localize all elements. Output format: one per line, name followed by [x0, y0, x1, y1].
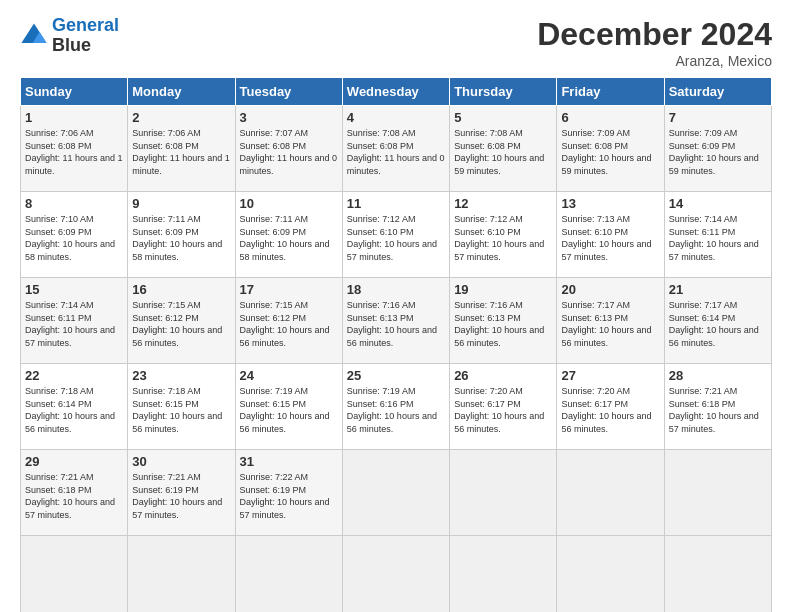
calendar-cell: 29 Sunrise: 7:21 AM Sunset: 6:18 PM Dayl… [21, 450, 128, 536]
calendar-cell: 23 Sunrise: 7:18 AM Sunset: 6:15 PM Dayl… [128, 364, 235, 450]
calendar-week-row: 8 Sunrise: 7:10 AM Sunset: 6:09 PM Dayli… [21, 192, 772, 278]
calendar-cell [557, 536, 664, 613]
day-number: 11 [347, 196, 445, 211]
calendar-week-row: 29 Sunrise: 7:21 AM Sunset: 6:18 PM Dayl… [21, 450, 772, 536]
day-number: 14 [669, 196, 767, 211]
day-number: 30 [132, 454, 230, 469]
calendar-cell: 15 Sunrise: 7:14 AM Sunset: 6:11 PM Dayl… [21, 278, 128, 364]
day-info: Sunrise: 7:17 AM Sunset: 6:14 PM Dayligh… [669, 299, 767, 349]
day-number: 16 [132, 282, 230, 297]
logo-line1: General [52, 15, 119, 35]
header-wednesday: Wednesday [342, 78, 449, 106]
calendar-cell: 22 Sunrise: 7:18 AM Sunset: 6:14 PM Dayl… [21, 364, 128, 450]
calendar-week-row: 22 Sunrise: 7:18 AM Sunset: 6:14 PM Dayl… [21, 364, 772, 450]
day-info: Sunrise: 7:19 AM Sunset: 6:16 PM Dayligh… [347, 385, 445, 435]
day-info: Sunrise: 7:08 AM Sunset: 6:08 PM Dayligh… [347, 127, 445, 177]
header-friday: Friday [557, 78, 664, 106]
day-number: 24 [240, 368, 338, 383]
day-info: Sunrise: 7:21 AM Sunset: 6:19 PM Dayligh… [132, 471, 230, 521]
calendar-cell: 12 Sunrise: 7:12 AM Sunset: 6:10 PM Dayl… [450, 192, 557, 278]
day-info: Sunrise: 7:07 AM Sunset: 6:08 PM Dayligh… [240, 127, 338, 177]
day-info: Sunrise: 7:15 AM Sunset: 6:12 PM Dayligh… [132, 299, 230, 349]
day-number: 23 [132, 368, 230, 383]
header-sunday: Sunday [21, 78, 128, 106]
day-number: 10 [240, 196, 338, 211]
calendar-cell: 4 Sunrise: 7:08 AM Sunset: 6:08 PM Dayli… [342, 106, 449, 192]
calendar-cell: 1 Sunrise: 7:06 AM Sunset: 6:08 PM Dayli… [21, 106, 128, 192]
calendar-cell: 8 Sunrise: 7:10 AM Sunset: 6:09 PM Dayli… [21, 192, 128, 278]
header-monday: Monday [128, 78, 235, 106]
day-info: Sunrise: 7:17 AM Sunset: 6:13 PM Dayligh… [561, 299, 659, 349]
day-number: 6 [561, 110, 659, 125]
calendar-cell: 16 Sunrise: 7:15 AM Sunset: 6:12 PM Dayl… [128, 278, 235, 364]
day-number: 21 [669, 282, 767, 297]
day-number: 7 [669, 110, 767, 125]
logo-icon [20, 22, 48, 50]
calendar-cell [235, 536, 342, 613]
calendar-week-row [21, 536, 772, 613]
location: Aranza, Mexico [537, 53, 772, 69]
weekday-header-row: Sunday Monday Tuesday Wednesday Thursday… [21, 78, 772, 106]
header-saturday: Saturday [664, 78, 771, 106]
calendar-cell: 5 Sunrise: 7:08 AM Sunset: 6:08 PM Dayli… [450, 106, 557, 192]
day-info: Sunrise: 7:20 AM Sunset: 6:17 PM Dayligh… [561, 385, 659, 435]
day-info: Sunrise: 7:13 AM Sunset: 6:10 PM Dayligh… [561, 213, 659, 263]
day-info: Sunrise: 7:18 AM Sunset: 6:15 PM Dayligh… [132, 385, 230, 435]
calendar-cell: 20 Sunrise: 7:17 AM Sunset: 6:13 PM Dayl… [557, 278, 664, 364]
calendar-cell: 21 Sunrise: 7:17 AM Sunset: 6:14 PM Dayl… [664, 278, 771, 364]
day-number: 13 [561, 196, 659, 211]
day-info: Sunrise: 7:20 AM Sunset: 6:17 PM Dayligh… [454, 385, 552, 435]
day-info: Sunrise: 7:12 AM Sunset: 6:10 PM Dayligh… [454, 213, 552, 263]
calendar-cell: 3 Sunrise: 7:07 AM Sunset: 6:08 PM Dayli… [235, 106, 342, 192]
day-number: 8 [25, 196, 123, 211]
calendar-cell [128, 536, 235, 613]
calendar-cell: 2 Sunrise: 7:06 AM Sunset: 6:08 PM Dayli… [128, 106, 235, 192]
calendar-cell: 26 Sunrise: 7:20 AM Sunset: 6:17 PM Dayl… [450, 364, 557, 450]
calendar-cell [557, 450, 664, 536]
calendar-cell [342, 450, 449, 536]
page: General Blue December 2024 Aranza, Mexic… [0, 0, 792, 612]
calendar-week-row: 15 Sunrise: 7:14 AM Sunset: 6:11 PM Dayl… [21, 278, 772, 364]
day-number: 17 [240, 282, 338, 297]
calendar-cell [664, 536, 771, 613]
day-number: 4 [347, 110, 445, 125]
calendar-cell: 7 Sunrise: 7:09 AM Sunset: 6:09 PM Dayli… [664, 106, 771, 192]
calendar-cell: 9 Sunrise: 7:11 AM Sunset: 6:09 PM Dayli… [128, 192, 235, 278]
calendar-cell: 10 Sunrise: 7:11 AM Sunset: 6:09 PM Dayl… [235, 192, 342, 278]
calendar-cell [450, 536, 557, 613]
day-number: 19 [454, 282, 552, 297]
day-number: 3 [240, 110, 338, 125]
calendar-cell: 19 Sunrise: 7:16 AM Sunset: 6:13 PM Dayl… [450, 278, 557, 364]
day-number: 25 [347, 368, 445, 383]
day-info: Sunrise: 7:21 AM Sunset: 6:18 PM Dayligh… [25, 471, 123, 521]
day-number: 5 [454, 110, 552, 125]
header-tuesday: Tuesday [235, 78, 342, 106]
calendar-cell: 31 Sunrise: 7:22 AM Sunset: 6:19 PM Dayl… [235, 450, 342, 536]
calendar-cell [664, 450, 771, 536]
day-info: Sunrise: 7:21 AM Sunset: 6:18 PM Dayligh… [669, 385, 767, 435]
day-number: 31 [240, 454, 338, 469]
day-info: Sunrise: 7:06 AM Sunset: 6:08 PM Dayligh… [132, 127, 230, 177]
day-info: Sunrise: 7:06 AM Sunset: 6:08 PM Dayligh… [25, 127, 123, 177]
calendar-cell [21, 536, 128, 613]
calendar-cell: 28 Sunrise: 7:21 AM Sunset: 6:18 PM Dayl… [664, 364, 771, 450]
logo-line2: Blue [52, 36, 119, 56]
day-number: 26 [454, 368, 552, 383]
day-info: Sunrise: 7:11 AM Sunset: 6:09 PM Dayligh… [132, 213, 230, 263]
logo: General Blue [20, 16, 119, 56]
calendar-cell [342, 536, 449, 613]
day-info: Sunrise: 7:18 AM Sunset: 6:14 PM Dayligh… [25, 385, 123, 435]
day-number: 15 [25, 282, 123, 297]
day-info: Sunrise: 7:14 AM Sunset: 6:11 PM Dayligh… [669, 213, 767, 263]
day-info: Sunrise: 7:09 AM Sunset: 6:08 PM Dayligh… [561, 127, 659, 177]
calendar-cell: 14 Sunrise: 7:14 AM Sunset: 6:11 PM Dayl… [664, 192, 771, 278]
calendar-cell: 30 Sunrise: 7:21 AM Sunset: 6:19 PM Dayl… [128, 450, 235, 536]
header: General Blue December 2024 Aranza, Mexic… [20, 16, 772, 69]
calendar: Sunday Monday Tuesday Wednesday Thursday… [20, 77, 772, 612]
day-number: 22 [25, 368, 123, 383]
calendar-cell: 24 Sunrise: 7:19 AM Sunset: 6:15 PM Dayl… [235, 364, 342, 450]
day-info: Sunrise: 7:16 AM Sunset: 6:13 PM Dayligh… [454, 299, 552, 349]
day-info: Sunrise: 7:10 AM Sunset: 6:09 PM Dayligh… [25, 213, 123, 263]
month-title: December 2024 [537, 16, 772, 53]
day-info: Sunrise: 7:09 AM Sunset: 6:09 PM Dayligh… [669, 127, 767, 177]
